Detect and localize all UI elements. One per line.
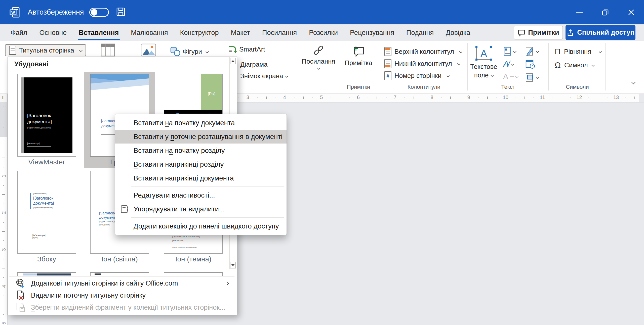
cover-thumbnail-viewmaster[interactable]: [Заголовок документа] [Підзаголовок доку… [17, 74, 76, 157]
ruler-tick [634, 97, 635, 99]
menu-item-insert-beginning-document[interactable]: Вставити на початку документа [115, 116, 287, 130]
chart-button[interactable]: Діаграма [240, 61, 268, 68]
pictures-button[interactable] [140, 43, 156, 58]
ruler-tick [340, 97, 340, 99]
save-icon[interactable] [116, 7, 126, 18]
quick-parts-button[interactable] [503, 47, 516, 56]
page-number-button[interactable]: # Номер сторінки [384, 71, 449, 80]
ruler-number: 11 [537, 95, 547, 100]
menu-item-insert-end-section[interactable]: Вставити наприкінці розділу [115, 157, 287, 171]
equation-icon: Π [555, 48, 560, 56]
ruler-tick [3, 314, 4, 315]
tab-references[interactable]: Посилання [256, 24, 303, 41]
comments-icon [517, 29, 526, 36]
cover-label-viewmaster: ViewMaster [17, 158, 76, 167]
ruler-tick [2, 305, 5, 305]
autosave-toggle[interactable] [89, 8, 109, 17]
scroll-down-button[interactable] [230, 262, 236, 268]
gallery-divider [9, 276, 234, 276]
smartart-button[interactable]: SmartArt [228, 45, 265, 54]
ruler-tick [266, 97, 267, 99]
close-button[interactable] [618, 0, 644, 24]
vertical-ruler[interactable]: 12345 [0, 102, 8, 325]
link-button[interactable]: Посилання [301, 44, 336, 69]
cover-label-ion-dark: Іон (темна) [164, 255, 223, 264]
textbox-button[interactable]: A Текстове поле [472, 45, 495, 78]
word-window: W Автозбереження [0, 0, 644, 325]
scroll-down-icon [231, 264, 235, 266]
cover-thumbnail-partial[interactable] [90, 272, 149, 276]
ruler-tick [3, 127, 4, 127]
tab-mailings[interactable]: Розсилки [303, 24, 344, 41]
chevron-down-icon [631, 80, 636, 84]
share-button[interactable]: Спільний доступ [566, 25, 635, 40]
minimize-button[interactable] [566, 0, 592, 24]
chevron-down-icon [447, 74, 450, 77]
tab-insert[interactable]: Вставлення [73, 24, 125, 41]
tab-layout[interactable]: Макет [225, 24, 256, 41]
menu-item-organize-delete[interactable]: Упорядкувати та видалити... [115, 202, 287, 216]
window-controls [566, 0, 644, 24]
cover-thumbnail-partial[interactable] [17, 272, 76, 276]
footer-button[interactable]: Нижній колонтитул [384, 59, 460, 68]
tab-home[interactable]: Основне [33, 24, 73, 41]
quick-parts-icon [503, 47, 512, 56]
tab-view[interactable]: Подання [400, 24, 440, 41]
chevron-down-icon [317, 66, 320, 70]
ruler-number: 4 [279, 95, 290, 100]
save-selection-icon [15, 302, 25, 313]
menu-item-edit-properties[interactable]: Редагувати властивості... [115, 188, 287, 202]
table-button[interactable] [100, 43, 116, 58]
group-label-comments: Примітки [331, 84, 386, 90]
cover-thumbnail-sideline[interactable]: [Назва компанії] [Заголовок документа] [… [17, 171, 76, 254]
ruler-tick [331, 98, 331, 98]
restore-button[interactable] [592, 0, 618, 24]
ruler-tick [257, 98, 258, 98]
autosave-label: Автозбереження [28, 8, 84, 16]
tab-design[interactable]: Конструктор [174, 24, 225, 41]
tab-draw[interactable]: Малювання [125, 24, 174, 41]
cover-page-button[interactable]: Титульна сторінка [5, 44, 86, 56]
header-button[interactable]: Верхній колонтитул [384, 47, 462, 56]
remove-cover-page-item[interactable]: Видалити поточну титульну сторінку [8, 289, 234, 301]
ruler-tick [312, 98, 313, 98]
signature-line-button[interactable]: A̸ [503, 60, 514, 68]
menu-separator [131, 217, 284, 218]
object-icon [525, 73, 534, 82]
group-label-symbols: Символи [550, 84, 605, 90]
menu-item-insert-end-document[interactable]: Вставити наприкінці документа [115, 171, 287, 185]
ruler-number: 8 [427, 95, 437, 100]
new-comment-button[interactable]: Примітка [342, 44, 375, 67]
collapse-ribbon-button[interactable] [629, 81, 635, 86]
menu-item-insert-current-position[interactable]: Вставити у поточне розташування в докуме… [115, 130, 287, 144]
drop-cap-button[interactable]: A [503, 73, 518, 80]
date-time-button[interactable] [525, 59, 535, 69]
equation-button[interactable]: Π Рівняння [555, 48, 601, 56]
chevron-down-icon [513, 50, 516, 53]
ruler-tick [3, 277, 4, 278]
cover-thumbnail-partial[interactable] [164, 272, 223, 276]
share-icon [567, 29, 574, 36]
object-button[interactable] [525, 73, 539, 82]
scroll-up-button[interactable] [230, 58, 236, 64]
ruler-tick [238, 98, 239, 98]
tab-stop-selector[interactable]: L [0, 94, 8, 102]
menu-item-add-to-quick-access[interactable]: Додати колекцію до панелі швидкого досту… [115, 219, 287, 233]
ruler-tick [2, 158, 5, 158]
comments-button[interactable]: Примітки [514, 26, 563, 39]
shapes-button[interactable]: Фігури [170, 47, 208, 57]
more-cover-pages-item[interactable]: Додаткові титульні сторінки із сайту Off… [8, 277, 234, 289]
word-logo-icon: W [9, 7, 21, 18]
ruler-tick [3, 204, 4, 204]
tab-help[interactable]: Довідка [440, 24, 476, 41]
cover-page-icon [9, 46, 16, 55]
save-selection-item: Зберегти виділений фрагмент у колекції т… [8, 301, 234, 313]
menu-item-insert-beginning-section[interactable]: Вставити на початку розділу [115, 144, 287, 157]
scroll-up-icon [231, 60, 235, 62]
wordart-button[interactable] [525, 47, 539, 56]
tab-file[interactable]: Файл [5, 24, 33, 41]
symbol-button[interactable]: Ω Символ [555, 61, 594, 69]
ruler-tick [423, 98, 423, 98]
tab-review[interactable]: Рецензування [344, 24, 400, 41]
screenshot-button[interactable]: Знімок екрана [240, 72, 288, 80]
